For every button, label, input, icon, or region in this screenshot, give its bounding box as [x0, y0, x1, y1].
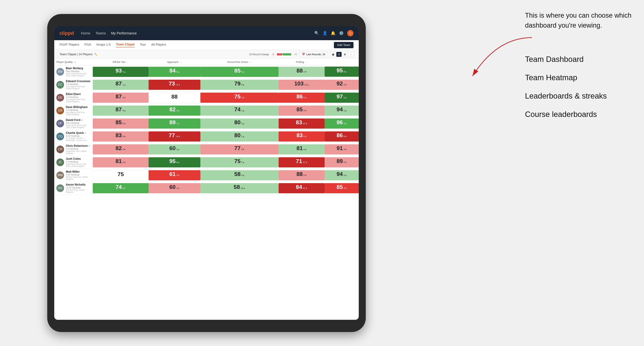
- nav-my-performance[interactable]: My Performance: [111, 30, 137, 36]
- player-around-green-cell: 83 6▼: [278, 130, 325, 143]
- score-value: 58: [234, 184, 240, 190]
- user-icon[interactable]: 👤: [322, 31, 327, 35]
- player-handicap: 1-5 Handicap: [66, 96, 91, 98]
- col-header-approach[interactable]: Approach —: [148, 59, 200, 65]
- edit-icon[interactable]: ✏️: [94, 53, 97, 56]
- player-off-tee-cell: 77 14▼: [148, 130, 200, 143]
- player-avatar: CR: [56, 146, 64, 153]
- view-buttons: ▦ ☰ ⊞ ↓: [330, 52, 354, 57]
- player-quality-cell: 85 3▼: [93, 117, 148, 130]
- bar-red: [277, 53, 282, 55]
- table-row[interactable]: EC Edward Crossman 1-5 Handicap Sunningd…: [54, 78, 359, 91]
- nav-home[interactable]: Home: [81, 30, 90, 36]
- player-off-tee-cell: 95 8▲: [148, 156, 200, 169]
- table-row[interactable]: CR Chris Robertson✓ 1-5 Handicap Craigmi…: [54, 143, 359, 156]
- player-avatar: CQ: [56, 133, 64, 140]
- player-club: Woburn Golf Club, United Kingdom: [66, 176, 91, 180]
- player-putting-cell: 86 8▼: [324, 130, 359, 143]
- player-handicap: Plus Handicap: [66, 122, 91, 124]
- player-quality-cell: 75: [93, 169, 148, 182]
- table-row[interactable]: MM Matt Miller 6-10 Handicap Woburn Golf…: [54, 169, 359, 182]
- view-grid-button[interactable]: ▦: [330, 52, 336, 57]
- change-plus: +5: [294, 53, 297, 56]
- team-name-label: Team Clippd | 14 Players: [60, 53, 92, 56]
- calendar-icon: 📅: [302, 53, 305, 56]
- score-value: 95: [170, 158, 176, 165]
- player-club: Drift Golf Club, United Kingdom: [66, 189, 91, 193]
- score-value: 89: [336, 158, 343, 165]
- player-quality-cell: 74 8▼: [93, 182, 148, 195]
- col-header-player[interactable]: Player Quality ▼: [54, 59, 93, 65]
- score-value: 83: [296, 132, 303, 139]
- score-value: 75: [234, 93, 240, 100]
- player-avatar: MM: [56, 172, 64, 179]
- player-cell-8: MM Matt Miller 6-10 Handicap Woburn Golf…: [54, 169, 93, 182]
- table-row[interactable]: BM Blair McHarg Plus Handicap Royal Nort…: [54, 65, 359, 78]
- player-putting-cell: 91 3▼: [324, 143, 359, 156]
- player-club: St. George's Hill GC - Weybridge · Surre…: [66, 137, 91, 141]
- table-header-row: Player Quality ▼ Off the Tee — Approach …: [54, 59, 359, 65]
- player-around-green-cell: 81 4▲: [278, 143, 325, 156]
- tab-hcaps[interactable]: Hcaps 1-5: [96, 43, 110, 47]
- score-value: 86: [296, 93, 303, 100]
- player-approach-cell: 77 3▼: [200, 143, 278, 156]
- player-avatar: DF: [56, 120, 64, 127]
- table-row[interactable]: AN Aaron Nicholls 11-15 Handicap Drift G…: [54, 182, 359, 195]
- player-approach-cell: 75 2▲: [200, 156, 278, 169]
- score-value: 85: [116, 119, 122, 126]
- player-putting-cell: 94 3▲: [324, 169, 359, 182]
- player-around-green-cell: 85 3▼: [278, 104, 325, 117]
- player-handicap: 11-15 Handicap: [66, 186, 91, 189]
- player-handicap: 6-10 Handicap: [66, 135, 91, 137]
- score-value: 83: [296, 119, 302, 126]
- player-quality-cell: 87 1▲: [93, 78, 148, 91]
- tablet-screen: clippd Home Teams My Performance 🔍 👤 🔔 ⚙…: [54, 26, 359, 320]
- score-value: 85: [234, 67, 240, 74]
- player-putting-cell: 92 3▼: [324, 78, 359, 91]
- score-value: 87: [116, 106, 122, 113]
- verified-icon: ✓: [81, 119, 83, 121]
- dashboard-option-1: Team Heatmap: [525, 73, 634, 82]
- user-avatar[interactable]: U: [347, 30, 354, 36]
- score-value: 103: [294, 80, 304, 87]
- score-value: 83: [116, 132, 122, 139]
- settings-icon[interactable]: ⚙️: [339, 31, 344, 35]
- dashboard-option-0: Team Dashboard: [525, 55, 634, 64]
- last-rounds-button[interactable]: 📅 Last Rounds: 20: [300, 52, 328, 57]
- view-export-button[interactable]: ↓: [348, 52, 354, 57]
- score-value: 74: [116, 184, 122, 190]
- table-row[interactable]: DF David Ford✓ Plus Handicap Royal North…: [54, 117, 359, 130]
- col-header-around-green[interactable]: Around the Green —: [200, 59, 278, 65]
- player-quality-cell: 82 3▼: [93, 143, 148, 156]
- col-header-off-tee[interactable]: Off the Tee —: [93, 59, 148, 65]
- player-off-tee-cell: 73 11▼: [148, 78, 200, 91]
- player-club: Gog Magog Golf Club, United Kingdom: [66, 111, 91, 116]
- view-table-button[interactable]: ☰: [336, 52, 342, 57]
- player-quality-cell: 87 4▲: [93, 104, 148, 117]
- table-row[interactable]: JC Josh Coles 1-5 Handicap Royal North D…: [54, 156, 359, 169]
- player-club: Sunningdale Golf Club, United Kingdom: [66, 85, 91, 90]
- table-row[interactable]: EE Elliot Ebert 1-5 Handicap Sunningdale…: [54, 91, 359, 104]
- bell-icon[interactable]: 🔔: [331, 31, 336, 35]
- player-avatar: JC: [56, 159, 64, 166]
- table-row[interactable]: CQ Charlie Quick✓ 6-10 Handicap St. Geor…: [54, 130, 359, 143]
- view-heatmap-button[interactable]: ⊞: [342, 52, 348, 57]
- team-header: Team Clippd | 14 Players ✏️ 20 Round Cha…: [54, 50, 359, 59]
- tab-pgat-players[interactable]: PGAT Players: [60, 43, 79, 47]
- score-value: 79: [234, 80, 240, 87]
- player-approach-cell: 85 8▲: [200, 65, 278, 78]
- player-around-green-cell: 84 21▼: [278, 182, 325, 195]
- add-team-button[interactable]: Add Team: [334, 42, 354, 48]
- tab-all-players[interactable]: All Players: [151, 43, 166, 47]
- score-value: 75: [234, 158, 240, 165]
- search-icon[interactable]: 🔍: [314, 31, 319, 35]
- tab-pga[interactable]: PGA: [84, 43, 91, 47]
- col-header-putting[interactable]: Putting —: [278, 59, 325, 65]
- score-value: 85: [296, 106, 303, 113]
- tab-team-clippd[interactable]: Team Clippd: [116, 43, 134, 47]
- nav-teams[interactable]: Teams: [96, 30, 106, 36]
- table-row[interactable]: DB Dave Billingham 1-5 Handicap Gog Mago…: [54, 104, 359, 117]
- score-value: 91: [336, 145, 343, 152]
- annotation-arrow: [462, 34, 536, 83]
- tab-tour[interactable]: Tour: [140, 43, 146, 47]
